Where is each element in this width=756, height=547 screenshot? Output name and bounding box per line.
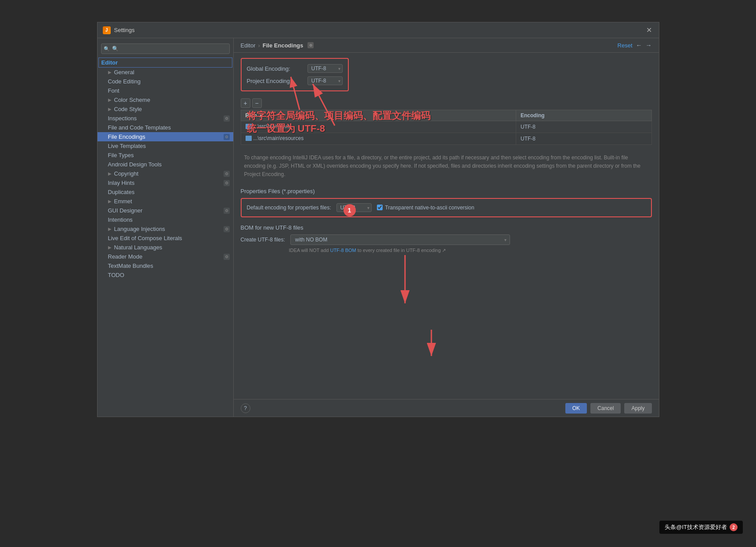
breadcrumb-bar: Editor › File Encodings ⚙ Reset ← → — [234, 38, 659, 53]
encoding-column-header[interactable]: Encoding — [516, 110, 651, 121]
settings-badge: ⚙ — [224, 134, 230, 140]
sidebar-item-inlay-hints[interactable]: Inlay Hints ⚙ — [98, 178, 233, 187]
sidebar-item-label: File Encodings — [108, 133, 145, 140]
sidebar-item-live-edit[interactable]: Live Edit of Compose Literals — [98, 234, 233, 243]
encoding-section: Global Encoding: UTF-8 Project Encoding: — [241, 58, 349, 91]
sidebar-item-label: Editor — [101, 59, 118, 66]
sidebar-item-inspections[interactable]: Inspections ⚙ — [98, 114, 233, 123]
settings-badge: ⚙ — [224, 208, 230, 214]
watermark: 头条@IT技术资源爱好者 2 — [659, 521, 743, 534]
sidebar-item-label: TODO — [108, 272, 124, 278]
bom-select[interactable]: with NO BOM — [290, 234, 510, 245]
watermark-badge: 2 — [730, 523, 738, 531]
ok-button[interactable]: OK — [565, 403, 587, 414]
encoding-cell: UTF-8 — [516, 121, 651, 133]
main-scroll-area: Global Encoding: UTF-8 Project Encoding: — [234, 53, 659, 399]
encoding-cell: UTF-8 — [516, 133, 651, 145]
file-icon: ...\src\main\resources — [246, 135, 304, 141]
reset-button[interactable]: Reset — [618, 42, 633, 49]
bottom-bar: ? OK Cancel Apply — [234, 399, 659, 417]
sidebar-item-file-encodings[interactable]: File Encodings ⚙ — [98, 132, 233, 141]
properties-encoding-dropdown[interactable]: UTF-8 — [336, 203, 372, 212]
sidebar-item-color-scheme[interactable]: ▶ Color Scheme — [98, 95, 233, 104]
path-cell: ...\src\main\resources — [241, 133, 516, 145]
settings-badge: ⚙ — [224, 180, 230, 186]
sidebar-item-label: Duplicates — [108, 189, 135, 195]
sidebar-item-code-editing[interactable]: Code Editing — [98, 77, 233, 86]
sidebar-item-code-style[interactable]: ▶ Code Style — [98, 104, 233, 114]
sidebar-item-label: Emmet — [114, 198, 132, 205]
sidebar-item-natural-languages[interactable]: ▶ Natural Languages — [98, 243, 233, 252]
bom-note: IDEA will NOT add UTF-8 BOM to every cre… — [289, 248, 652, 253]
chevron-icon: ▶ — [108, 227, 112, 231]
sidebar-item-file-code-templates[interactable]: File and Code Templates — [98, 123, 233, 132]
sidebar-item-label: TextMate Bundles — [108, 263, 153, 269]
properties-section-title: Properties Files (*.properties) — [241, 188, 652, 194]
sidebar-item-reader-mode[interactable]: Reader Mode ⚙ — [98, 252, 233, 261]
sidebar-item-live-templates[interactable]: Live Templates — [98, 141, 233, 151]
bom-section-title: BOM for new UTF-8 files — [241, 224, 652, 231]
back-button[interactable]: ← — [636, 42, 642, 49]
cancel-button[interactable]: Cancel — [590, 403, 621, 414]
add-button[interactable]: + — [241, 98, 250, 108]
sidebar-item-label: Reader Mode — [108, 253, 143, 260]
sidebar-item-language-injections[interactable]: ▶ Language Injections ⚙ — [98, 224, 233, 234]
help-button[interactable]: ? — [241, 403, 250, 413]
path-cell: ...\src\main\java — [241, 121, 516, 133]
global-encoding-label: Global Encoding: — [247, 65, 304, 72]
sidebar-item-editor[interactable]: Editor — [98, 58, 232, 68]
forward-button[interactable]: → — [646, 42, 652, 49]
remove-button[interactable]: − — [252, 98, 262, 108]
transparent-conversion-checkbox[interactable] — [377, 205, 383, 210]
sort-icon: ▲ — [258, 112, 264, 119]
sidebar-item-emmet[interactable]: ▶ Emmet — [98, 197, 233, 206]
sidebar-item-label: Natural Languages — [114, 244, 163, 251]
bom-dropdown-wrapper: with NO BOM — [290, 234, 510, 245]
path-column-header[interactable]: Path ▲ — [241, 110, 516, 121]
watermark-text: 头条@IT技术资源爱好者 — [665, 523, 727, 531]
sidebar-item-label: File Types — [108, 152, 134, 158]
sidebar-item-todo[interactable]: TODO — [98, 270, 233, 280]
global-encoding-dropdown[interactable]: UTF-8 — [307, 64, 343, 73]
sidebar-item-label: General — [114, 69, 134, 76]
sidebar-item-label: Code Style — [114, 106, 142, 112]
search-input[interactable] — [101, 43, 230, 54]
table-toolbar: + − — [241, 98, 652, 108]
sidebar-item-copyright[interactable]: ▶ Copyright ⚙ — [98, 169, 233, 178]
table-row[interactable]: ...\src\main\resources UTF-8 — [241, 133, 651, 145]
sidebar-item-gui-designer[interactable]: GUI Designer ⚙ — [98, 206, 233, 215]
sidebar-item-label: Code Editing — [108, 78, 141, 85]
sidebar-item-label: GUI Designer — [108, 207, 143, 214]
bom-note-link[interactable]: UTF-8 BOM — [330, 248, 356, 253]
project-encoding-dropdown-wrapper: UTF-8 — [307, 76, 343, 85]
sidebar-item-label: Android Design Tools — [108, 161, 162, 168]
sidebar-item-file-types[interactable]: File Types — [98, 151, 233, 160]
breadcrumb-parent[interactable]: Editor — [241, 42, 256, 49]
sidebar-item-label: File and Code Templates — [108, 124, 171, 131]
search-box[interactable]: 🔍 — [101, 43, 230, 54]
sidebar-item-duplicates[interactable]: Duplicates — [98, 187, 233, 197]
table-row[interactable]: ...\src\main\java UTF-8 — [241, 121, 651, 133]
sidebar-item-textmate[interactable]: TextMate Bundles — [98, 261, 233, 270]
path-value: ...\src\main\resources — [253, 135, 304, 141]
search-icon: 🔍 — [104, 46, 110, 52]
file-icon: ...\src\main\java — [246, 123, 290, 130]
settings-icon: ⚙ — [307, 42, 314, 48]
properties-section: Default encoding for properties files: U… — [241, 198, 652, 217]
sidebar-item-android-design[interactable]: Android Design Tools — [98, 160, 233, 169]
chevron-icon: ▶ — [108, 171, 112, 176]
sidebar-item-general[interactable]: ▶ General — [98, 68, 233, 77]
sidebar-item-label: Copyright — [114, 170, 139, 177]
sidebar-item-intentions[interactable]: Intentions — [98, 215, 233, 224]
window-title: Settings — [114, 27, 644, 33]
close-button[interactable]: ✕ — [644, 26, 654, 34]
app-icon: J — [103, 26, 111, 34]
settings-badge: ⚙ — [224, 115, 230, 122]
sidebar-item-label: Live Edit of Compose Literals — [108, 235, 182, 241]
global-encoding-dropdown-wrapper: UTF-8 — [307, 64, 343, 73]
project-encoding-dropdown[interactable]: UTF-8 — [307, 76, 343, 85]
info-text: To change encoding IntelliJ IDEA uses fo… — [241, 150, 652, 183]
apply-button[interactable]: Apply — [624, 403, 651, 414]
settings-badge: ⚙ — [224, 254, 230, 260]
sidebar-item-font[interactable]: Font — [98, 86, 233, 95]
